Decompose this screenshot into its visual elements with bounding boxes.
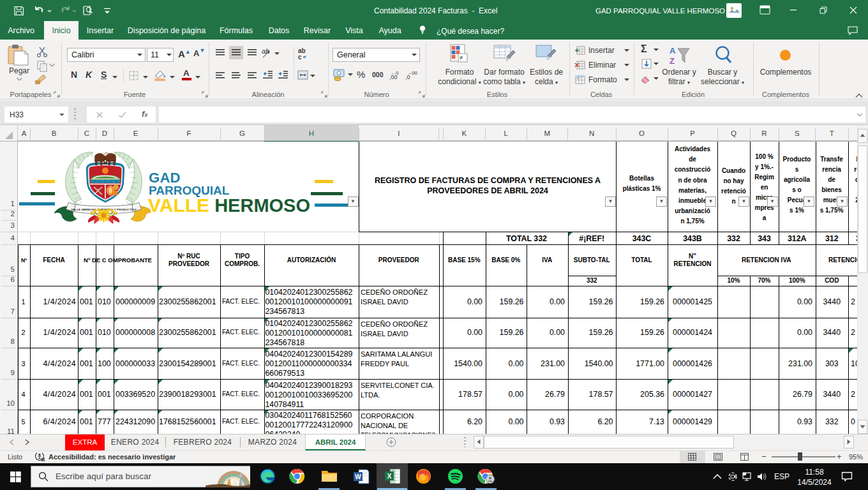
svg-text:A: A <box>670 46 676 56</box>
svg-text:≠: ≠ <box>460 54 463 61</box>
svg-text:W: W <box>355 473 361 480</box>
svg-text:→00: →00 <box>407 70 417 76</box>
svg-text:c: c <box>298 54 302 60</box>
svg-text:←0: ←0 <box>391 70 399 76</box>
svg-text:X: X <box>387 472 391 480</box>
svg-text:Z: Z <box>670 56 675 66</box>
